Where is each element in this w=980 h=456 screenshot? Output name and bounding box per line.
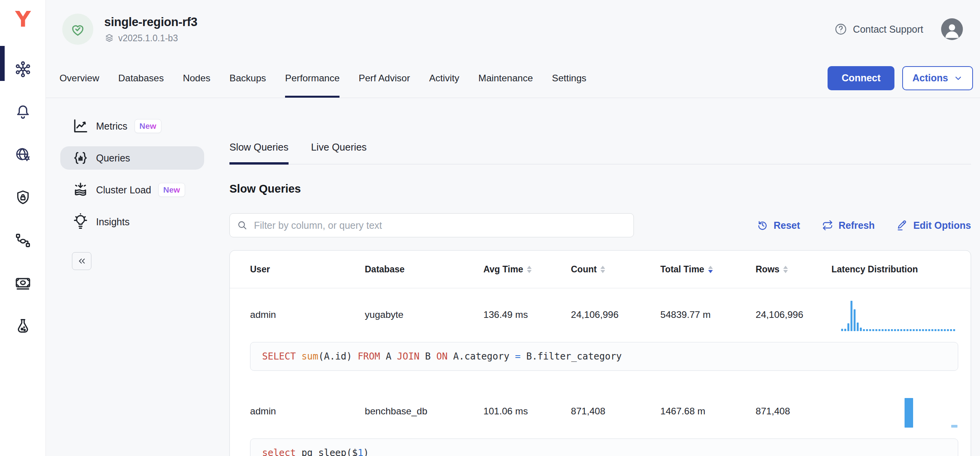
column-label: Total Time [660,264,704,275]
active-nav-indicator [0,46,5,81]
sql-token: JOIN [397,351,420,362]
column-label: Avg Time [483,264,523,275]
tab-maintenance[interactable]: Maintenance [478,58,533,98]
new-badge: New [135,119,161,133]
column-header-latency-distribution: Latency Distribution [831,264,958,275]
histogram-bar [854,309,856,331]
table-body: adminyugabyte136.49 ms24,106,99654839.77… [230,288,971,456]
sql-token: A [380,351,397,362]
cell-total-time: 54839.77 m [660,309,756,320]
histogram-bar [925,329,927,331]
latency-histogram [841,396,958,428]
histogram-bar [931,329,933,331]
actions-button[interactable]: Actions [902,66,973,90]
rail-item-network[interactable] [12,144,34,166]
column-header-avg-time[interactable]: Avg Time [483,264,571,275]
sort-icon[interactable] [708,266,713,273]
help-icon [834,23,847,36]
cell-rows: 871,408 [756,406,831,417]
sort-asc-arrow [600,266,605,269]
tab-perf-advisor[interactable]: Perf Advisor [359,58,410,98]
histogram-bar [922,329,924,331]
sql-token: pg_sleep($ [296,447,358,456]
column-label: User [250,264,270,275]
column-label: Count [571,264,597,275]
tab-overview[interactable]: Overview [60,58,99,98]
new-badge-text: New [140,121,156,131]
histogram-bar [951,425,957,428]
rail-item-integrations[interactable] [12,230,34,251]
query-row[interactable]: adminyugabyte136.49 ms24,106,99654839.77… [250,288,958,385]
performance-subnav: MetricsNewQueriesCluster LoadNewInsights [60,98,204,456]
queries-tab-slow-queries[interactable]: Slow Queries [229,142,289,165]
filter-input[interactable] [253,219,626,232]
sort-asc-arrow [527,266,532,269]
section-heading: Slow Queries [229,182,971,195]
column-header-rows[interactable]: Rows [756,264,831,275]
cell-count: 24,106,996 [571,309,660,320]
tab-backups[interactable]: Backups [229,58,266,98]
subnav-item-insights[interactable]: Insights [60,210,204,233]
new-badge-text: New [163,185,180,195]
cluster-name: single-region-rf3 [104,15,197,29]
column-header-user: User [250,264,365,275]
tab-activity[interactable]: Activity [429,58,459,98]
filter-input-wrapper [229,213,634,237]
network-icon [14,146,32,163]
histogram-bar [860,328,862,331]
column-header-count[interactable]: Count [571,264,660,275]
cell-latency [831,395,958,428]
queries-panel: Slow QueriesLive Queries Slow Queries Re… [204,98,980,456]
sort-icon[interactable] [527,266,532,273]
rail-item-clusters[interactable] [12,58,34,80]
subnav-item-metrics[interactable]: MetricsNew [60,114,204,138]
cluster-title-block: single-region-rf3 v2025.1.0.1-b3 [104,15,197,44]
cluster-load-icon [72,181,89,198]
column-header-total-time[interactable]: Total Time [660,264,756,275]
sort-icon[interactable] [783,266,788,273]
collapse-sidebar-button[interactable] [72,252,91,270]
histogram-bar [913,329,915,331]
user-avatar[interactable] [941,18,963,40]
subnav-item-cluster-load[interactable]: Cluster LoadNew [60,178,204,202]
cell-database: yugabyte [365,309,483,320]
sql-token: B.filter_category [521,351,622,362]
histogram-bar [894,329,896,331]
refresh-icon [822,219,833,231]
tab-nodes[interactable]: Nodes [183,58,210,98]
histogram-bar [869,329,871,331]
connect-button[interactable]: Connect [828,66,894,90]
subnav-item-queries[interactable]: Queries [60,146,204,170]
histogram-bar [882,329,884,331]
new-badge: New [158,183,185,197]
query-values: adminyugabyte136.49 ms24,106,99654839.77… [250,298,958,331]
topbar: single-region-rf3 v2025.1.0.1-b3 Contact… [46,0,980,58]
cell-user: admin [250,309,365,320]
tab-performance[interactable]: Performance [285,58,340,98]
sort-desc-arrow [708,270,713,273]
sql-token: select [262,447,296,456]
histogram-bar [897,329,899,331]
contact-support-link[interactable]: Contact Support [834,23,923,36]
rail-item-labs[interactable] [12,315,34,337]
queries-tab-live-queries[interactable]: Live Queries [311,142,367,165]
tab-actions: Connect Actions [828,58,973,98]
query-row[interactable]: adminbenchbase_db101.06 ms871,4081467.68… [250,385,958,456]
tab-databases[interactable]: Databases [118,58,164,98]
tab-settings[interactable]: Settings [552,58,586,98]
yugabyte-logo[interactable]: Y [10,5,36,31]
sort-desc-arrow [600,270,605,273]
rail-item-billing[interactable] [12,272,34,294]
sql-token: FROM [358,351,380,362]
sort-icon[interactable] [600,266,605,273]
refresh-button[interactable]: Refresh [822,219,875,231]
edit-options-button[interactable]: Edit Options [896,219,971,231]
rail-item-alerts[interactable] [12,101,34,123]
subnav-item-label: Metrics [96,121,128,132]
integrations-icon [14,232,32,249]
reset-button[interactable]: Reset [757,219,800,231]
sort-asc-arrow [708,266,713,269]
labs-icon [14,317,32,335]
rail-item-security[interactable] [12,187,34,209]
cluster-tabbar: OverviewDatabasesNodesBackupsPerformance… [46,58,980,98]
